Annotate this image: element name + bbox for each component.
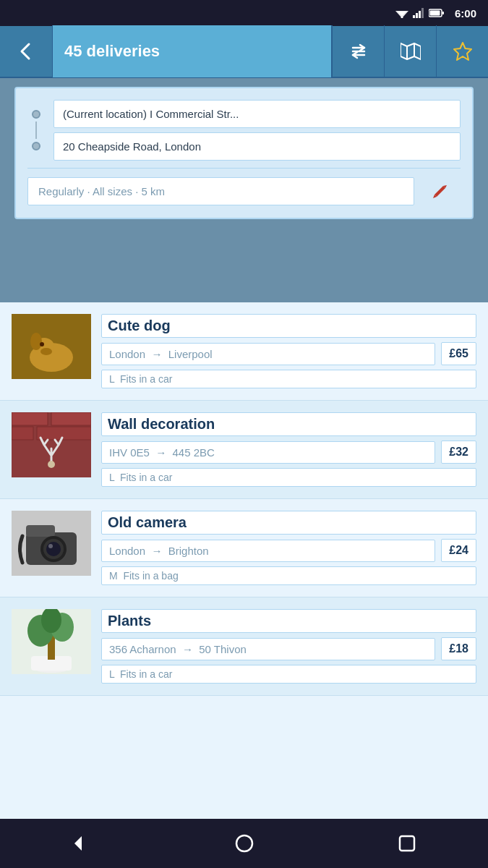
sort-icon xyxy=(349,42,368,61)
item-image-plants xyxy=(12,609,91,674)
svg-point-35 xyxy=(48,544,53,548)
plants-illustration xyxy=(12,609,91,674)
svg-rect-31 xyxy=(26,525,55,537)
svg-point-20 xyxy=(30,333,42,350)
delivery-item-cute-dog[interactable]: Cute dog London → Liverpool £65 L Fits i… xyxy=(0,302,488,401)
item-route-row-plants: 356 Acharnon → 50 Thivon £18 xyxy=(101,637,476,660)
item-name-cute-dog: Cute dog xyxy=(101,314,476,338)
map-icon xyxy=(401,42,421,61)
status-bar: 6:00 xyxy=(0,0,488,26)
svg-rect-45 xyxy=(400,836,414,851)
svg-marker-16 xyxy=(454,43,471,60)
title-box: 45 deliveries xyxy=(52,25,332,77)
item-image-dog xyxy=(12,314,91,379)
item-image-camera xyxy=(12,511,91,576)
svg-rect-27 xyxy=(37,427,91,440)
nav-recent-button[interactable] xyxy=(385,822,429,865)
item-route-wall-decoration: IHV 0E5 → 445 2BC xyxy=(101,441,435,464)
camera-illustration xyxy=(12,511,91,576)
svg-rect-25 xyxy=(51,412,91,425)
svg-rect-9 xyxy=(429,11,440,16)
filter-text[interactable]: Regularly · All sizes · 5 km xyxy=(27,177,414,205)
item-details-plants: Plants 356 Acharnon → 50 Thivon £18 L Fi… xyxy=(101,609,476,684)
item-price-plants: £18 xyxy=(441,637,476,660)
nav-home-icon xyxy=(234,833,254,854)
item-route-old-camera: London → Brighton xyxy=(101,540,435,562)
item-details-wall-decoration: Wall decoration IHV 0E5 → 445 2BC £32 L … xyxy=(101,412,476,487)
star-button[interactable] xyxy=(436,25,488,77)
wifi-icon xyxy=(395,8,408,18)
page-title: 45 deliveries xyxy=(64,42,160,61)
filter-options-row: Regularly · All sizes · 5 km xyxy=(27,168,461,206)
connector-line xyxy=(35,122,37,139)
svg-point-22 xyxy=(40,348,52,355)
item-price-old-camera: £24 xyxy=(441,539,476,562)
svg-marker-13 xyxy=(401,43,421,59)
item-name-old-camera: Old camera xyxy=(101,511,476,535)
item-price-wall-decoration: £32 xyxy=(441,441,476,464)
svg-rect-3 xyxy=(413,15,415,18)
item-route-row-wall-decoration: IHV 0E5 → 445 2BC £32 xyxy=(101,441,476,464)
wall-illustration xyxy=(12,412,91,477)
battery-icon xyxy=(429,9,445,17)
svg-rect-6 xyxy=(421,8,424,18)
item-image-wall xyxy=(12,412,91,477)
svg-rect-8 xyxy=(442,12,444,14)
filter-edit-button[interactable] xyxy=(420,176,461,206)
svg-rect-5 xyxy=(419,11,421,18)
item-route-plants: 356 Acharnon → 50 Thivon xyxy=(101,638,435,660)
pencil-icon xyxy=(432,183,448,199)
dog-illustration xyxy=(12,314,91,379)
star-icon xyxy=(453,41,473,61)
item-size-old-camera: M Fits in a bag xyxy=(101,566,476,585)
nav-back-icon xyxy=(72,833,92,854)
toolbar: 45 deliveries xyxy=(0,26,488,78)
filter-panel: (Current location) I Commercial Str... 2… xyxy=(14,87,474,219)
nav-home-button[interactable] xyxy=(223,822,266,865)
nav-recent-icon xyxy=(397,833,417,854)
svg-rect-24 xyxy=(12,412,48,425)
origin-field[interactable]: (Current location) I Commercial Str... xyxy=(53,100,461,128)
destination-field[interactable]: 20 Cheapside Road, London xyxy=(53,132,461,161)
item-route-row-cute-dog: London → Liverpool £65 xyxy=(101,342,476,365)
bottom-navigation xyxy=(0,819,488,868)
origin-dot xyxy=(32,110,40,119)
back-button[interactable] xyxy=(0,25,52,77)
item-details-cute-dog: Cute dog London → Liverpool £65 L Fits i… xyxy=(101,314,476,388)
svg-rect-26 xyxy=(12,427,33,440)
signal-icon xyxy=(413,8,424,18)
item-price-cute-dog: £65 xyxy=(441,342,476,365)
delivery-item-plants[interactable]: Plants 356 Acharnon → 50 Thivon £18 L Fi… xyxy=(0,597,488,696)
delivery-item-wall-decoration[interactable]: Wall decoration IHV 0E5 → 445 2BC £32 L … xyxy=(0,401,488,499)
svg-marker-43 xyxy=(74,836,82,851)
sort-button[interactable] xyxy=(332,25,384,77)
item-name-wall-decoration: Wall decoration xyxy=(101,412,476,436)
item-name-plants: Plants xyxy=(101,609,476,633)
map-button[interactable] xyxy=(384,25,436,77)
svg-point-34 xyxy=(46,542,61,556)
svg-point-21 xyxy=(40,342,44,346)
back-arrow-icon xyxy=(16,41,36,61)
item-route-cute-dog: London → Liverpool xyxy=(101,343,435,365)
svg-point-28 xyxy=(48,461,55,468)
item-size-cute-dog: L Fits in a car xyxy=(101,370,476,388)
delivery-item-old-camera[interactable]: Old camera London → Brighton £24 M Fits … xyxy=(0,499,488,597)
item-size-plants: L Fits in a car xyxy=(101,665,476,684)
location-connector xyxy=(27,110,45,150)
status-icons: 6:00 xyxy=(395,7,476,20)
nav-back-button[interactable] xyxy=(60,822,103,865)
location-fields: (Current location) I Commercial Str... 2… xyxy=(53,100,461,161)
status-time: 6:00 xyxy=(455,7,476,20)
deliveries-list: Cute dog London → Liverpool £65 L Fits i… xyxy=(0,302,488,819)
location-inputs-row: (Current location) I Commercial Str... 2… xyxy=(27,100,461,161)
item-route-row-old-camera: London → Brighton £24 xyxy=(101,539,476,562)
item-details-old-camera: Old camera London → Brighton £24 M Fits … xyxy=(101,511,476,585)
destination-dot xyxy=(32,142,40,150)
item-size-wall-decoration: L Fits in a car xyxy=(101,468,476,487)
svg-point-44 xyxy=(236,835,252,851)
svg-rect-4 xyxy=(416,13,418,18)
